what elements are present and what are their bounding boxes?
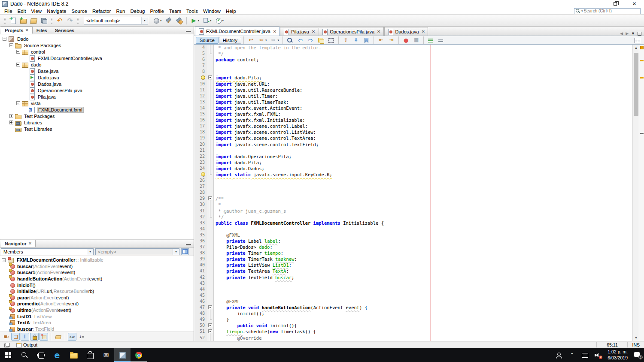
code-line-22[interactable]: 22import dado.OperacionesPila; [194, 154, 632, 160]
tree-item-fxmldocument-fxml[interactable]: FXMLDocument.fxml [0, 106, 194, 113]
expand-icon[interactable] [9, 114, 13, 118]
code-text[interactable]: public void inicioT(){ [214, 323, 297, 329]
menu-view[interactable]: View [28, 9, 44, 14]
close-icon[interactable]: ✕ [312, 29, 315, 34]
comment-button[interactable] [426, 36, 436, 44]
expand-icon[interactable] [9, 121, 13, 124]
code-line-29[interactable]: 29/** [194, 196, 632, 202]
taskbar-mail-button[interactable]: ✉ [98, 348, 114, 362]
code-text[interactable]: public class FXMLDocumentController impl… [214, 220, 384, 226]
close-icon[interactable]: ✕ [422, 29, 425, 34]
code-line-48[interactable]: 48 inicioT(); [194, 311, 632, 317]
people-button[interactable] [553, 348, 565, 362]
show-fields-button[interactable] [11, 333, 20, 341]
tree-item-fxmldocumentcontroller-java[interactable]: FXMLDocumentController.java [0, 55, 194, 61]
code-fold-toggle[interactable] [207, 305, 214, 311]
scroll-up-icon[interactable]: ▲ [633, 45, 639, 51]
code-line-18[interactable]: 18import javafx.scene.control.ListView; [194, 129, 632, 135]
prev-bm-button[interactable] [341, 36, 351, 44]
code-line-41[interactable]: 41 private TextArea TextA; [194, 268, 632, 274]
search-input[interactable] [584, 9, 631, 13]
editor-tab-pila-java[interactable]: Pila.java✕ [280, 27, 318, 36]
menu-refactor[interactable]: Refactor [90, 9, 113, 14]
menu-tools[interactable]: Tools [184, 9, 200, 14]
collapse-icon[interactable] [9, 43, 13, 47]
code-line-33[interactable]: 33public class FXMLDocumentController im… [194, 220, 632, 226]
tree-item-dado-java[interactable]: Dado.java [0, 74, 194, 81]
code-text[interactable]: import dado.Dados; [214, 166, 264, 172]
code-line-44[interactable]: 44 [194, 287, 632, 293]
taskbar-taskview-button[interactable] [33, 348, 49, 362]
code-text[interactable]: import dado.Pila; [214, 75, 261, 81]
tree-item-vista[interactable]: vista [0, 100, 194, 106]
code-text[interactable]: tiempo.schedule(new TimerTask() { [214, 329, 316, 335]
file-warning-indicator[interactable] [640, 46, 644, 49]
collapse-fold-icon[interactable] [208, 196, 212, 200]
code-text[interactable] [214, 287, 216, 293]
code-line-13[interactable]: 13import java.util.TimerTask; [194, 99, 632, 105]
menu-navigate[interactable]: Navigate [44, 9, 69, 14]
code-text[interactable]: import dado.OperacionesPila; [214, 154, 292, 160]
code-text[interactable] [214, 178, 216, 184]
code-line-9[interactable]: import dado.Pila; [194, 75, 632, 81]
filter-combo[interactable]: <empty> ▾ [95, 248, 179, 255]
code-text[interactable]: @Override [214, 335, 261, 341]
code-text[interactable]: import javafx.scene.control.Label; [214, 123, 308, 129]
code-line-24[interactable]: 24import dado.Dados; [194, 166, 632, 172]
code-line-8[interactable]: 8 [194, 69, 632, 75]
taskbar-chrome-button[interactable] [131, 348, 147, 362]
tab-navigator[interactable]: Navigator ✕ [1, 240, 36, 247]
taskbar-start-button[interactable] [0, 348, 16, 362]
code-text[interactable]: @FXML [214, 299, 240, 305]
code-text[interactable]: import javafx.scene.control.TextField; [214, 142, 319, 148]
stripe-mark[interactable] [640, 60, 644, 61]
tree-item-pila-java[interactable]: Pila.java [0, 94, 194, 100]
tray-overflow-button[interactable]: ⌃ [565, 348, 578, 362]
code-fold-toggle[interactable] [207, 196, 214, 202]
code-text[interactable]: import javafx.fxml.Initializable; [214, 117, 305, 123]
collapse-icon[interactable] [2, 258, 6, 262]
last-edit-button[interactable] [246, 36, 256, 44]
navigator-columns-button[interactable] [181, 248, 189, 255]
debug-button[interactable]: ▾ [201, 15, 213, 26]
code-text[interactable] [214, 184, 216, 190]
sort-by-source-button[interactable] [77, 333, 86, 341]
code-line-37[interactable]: 37 Pila<Dados> dado; [194, 244, 632, 250]
code-text[interactable]: private ListView ListD1; [214, 262, 292, 268]
redo-button[interactable] [65, 15, 75, 26]
code-text[interactable]: */ [214, 51, 224, 57]
next-use-button[interactable] [386, 36, 396, 44]
code-text[interactable] [214, 190, 216, 196]
code-line-30[interactable]: 30 * [194, 202, 632, 208]
code-line-7[interactable]: 7 [194, 63, 632, 69]
member-ultimo[interactable]: ultimo(ActionEvent event) [0, 307, 194, 314]
scroll-tabs-left-icon[interactable]: ◀ [620, 31, 623, 36]
code-line-31[interactable]: 31 * @author juan_c.guzman_s [194, 208, 632, 214]
scroll-down-icon[interactable]: ▼ [633, 335, 639, 341]
minimize-panel-icon[interactable] [186, 244, 191, 245]
menu-source[interactable]: Source [69, 9, 89, 14]
build-button[interactable] [164, 15, 173, 26]
show-non-public-button[interactable] [30, 333, 39, 341]
close-icon[interactable]: ✕ [28, 240, 32, 247]
code-text[interactable] [214, 226, 216, 232]
member-buscar[interactable]: buscar : TextField [0, 326, 194, 332]
code-line-15[interactable]: 15import javafx.fxml.FXML; [194, 111, 632, 117]
menu-window[interactable]: Window [200, 9, 223, 14]
code-line-52[interactable]: 52 @Override [194, 335, 632, 341]
menu-debug[interactable]: Debug [128, 9, 147, 14]
member-initialize[interactable]: initialize(URL url, ResourceBundle rb) [0, 288, 194, 295]
menu-team[interactable]: Team [167, 9, 184, 14]
tab-files[interactable]: Files [33, 27, 51, 34]
code-line-39[interactable]: 39 private TimerTask tasknew; [194, 256, 632, 262]
code-line-50[interactable]: 50 public void inicioT(){ [194, 323, 632, 329]
error-stripe[interactable] [639, 45, 644, 341]
member-listd1[interactable]: ListD1 : ListView [0, 313, 194, 320]
code-text[interactable]: import javafx.scene.control.TextArea; [214, 135, 316, 141]
code-line-10[interactable]: 10import java.net.URL; [194, 81, 632, 87]
find-sel-button[interactable] [285, 36, 295, 44]
volume-button[interactable]: ✕ [591, 348, 604, 362]
code-line-21[interactable]: 21 [194, 148, 632, 154]
close-icon[interactable]: ✕ [273, 29, 276, 34]
editor-tab-dados-java[interactable]: Dados.java✕ [384, 27, 428, 36]
